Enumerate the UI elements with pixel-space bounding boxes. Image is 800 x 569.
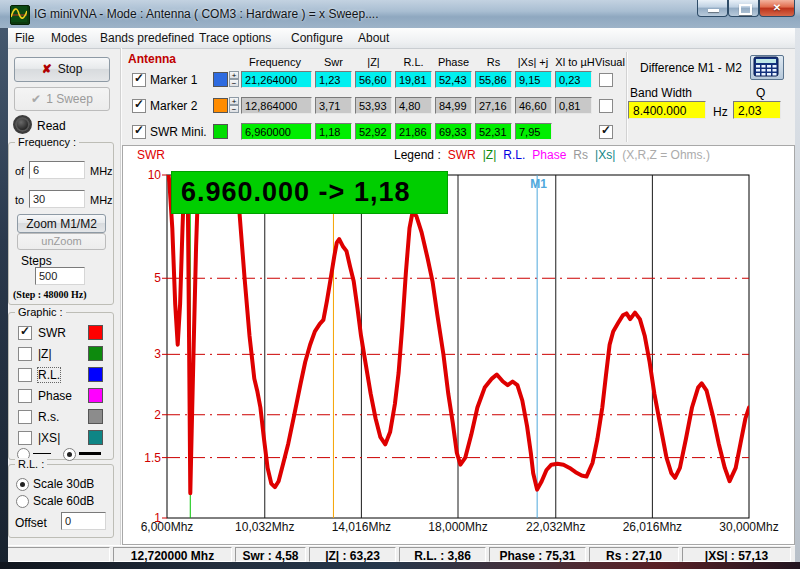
marker1-frequency-field[interactable]: 21,264000 [241,71,312,88]
q-label: Q [756,86,765,100]
freq-to-input[interactable]: 30 [29,190,85,208]
marker1-spinner[interactable]: +− [229,71,239,88]
offset-input[interactable]: 0 [61,512,106,530]
spinner-down-icon[interactable]: − [229,105,239,113]
col-swr: Swr [315,56,352,68]
marker1-z-field: 56,60 [355,71,392,88]
marker2-row: Marker 2 +− 12,864000 3,71 53,93 4,80 84… [122,97,625,114]
graphic-phase-swatch [88,388,103,403]
y-axis-label: 1.5 [131,451,161,465]
window-left-border [0,28,8,562]
graphic-z-swatch [88,346,103,361]
read-led-icon[interactable] [13,115,32,134]
x-axis-label: 10,032Mhz [234,520,296,534]
zoom-m1-m2-button[interactable]: Zoom M1/M2 [17,214,106,233]
status-rl: R.L. : 3,86 [399,547,486,562]
freq-from-input[interactable]: 6 [29,161,85,179]
marker2-phase-field: 84,99 [435,97,472,114]
close-icon: ✕ [760,2,794,13]
y-axis-label: 5 [131,271,161,285]
freq-to-unit: MHz [90,194,113,206]
swr-mini-visual-checkbox[interactable] [599,125,613,139]
status-xs: |XS| : 57,13 [682,547,791,562]
graphic-phase-checkbox[interactable] [18,389,32,403]
x-axis-label: 18,000Mhz [427,520,489,534]
difference-panel: Difference M1 - M2 Band Width Q 8.400.00… [628,48,795,145]
steps-label: Steps [21,254,52,268]
graphic-rs-label: R.s. [38,410,59,424]
frequency-group: Frequency : of 6 MHz to 30 MHz Zoom M1/M… [8,142,114,305]
col-xl: Xl to µH [554,56,596,68]
col-visual: Visual [592,56,628,68]
graphic-group-legend: Graphic : [15,306,66,318]
marker2-rl-field: 4,80 [395,97,432,114]
graphic-xs-label: |XS| [38,431,60,445]
marker1-xs-field: 9,15 [515,71,552,88]
maximize-icon [739,4,752,15]
marker2-frequency-field[interactable]: 12,864000 [241,97,312,114]
marker1-phase-field: 52,43 [435,71,472,88]
swr-mini-color-swatch [213,124,228,139]
bandwidth-field[interactable]: 8.400.000 [628,101,706,119]
col-xs: |Xs| +j [512,56,554,68]
maximize-button[interactable] [728,0,759,17]
stop-button[interactable]: ✘Stop [14,57,110,82]
spinner-down-icon[interactable]: − [229,79,239,87]
marker2-enable-checkbox[interactable] [132,99,146,113]
line-thick-radio[interactable] [63,448,76,461]
graphic-rs-checkbox[interactable] [18,410,32,424]
difference-title: Difference M1 - M2 [640,61,742,75]
title-bar[interactable]: IG miniVNA - Mode : Antenna ( COM3 : Har… [0,0,800,29]
q-field[interactable]: 2,03 [733,101,781,119]
chart-panel: SWR Legend :SWR|Z|R.L.PhaseRs|Xs|(X,R,Z … [122,145,795,545]
unzoom-button[interactable]: unZoom [17,233,106,250]
swr-mini-rs-field: 52,31 [475,123,512,140]
graphic-rl-checkbox[interactable] [18,368,32,382]
window-right-border [795,28,800,562]
antenna-section-label: Antenna [128,52,176,66]
swr-mini-rl-field: 21,86 [395,123,432,140]
status-empty [3,547,110,562]
minimize-button[interactable] [697,0,728,17]
swr-mini-enable-checkbox[interactable] [132,125,146,139]
menu-file[interactable]: File [15,31,34,45]
graphic-xs-checkbox[interactable] [18,431,32,445]
menu-modes[interactable]: Modes [51,31,87,45]
graphic-swr-checkbox[interactable] [18,326,32,340]
marker2-visual-checkbox[interactable] [599,99,613,113]
y-axis-label: 1 [131,511,161,525]
marker2-spinner[interactable]: +− [229,97,239,114]
freq-to-label: to [15,194,24,206]
stop-x-icon: ✘ [42,62,52,76]
menu-trace-options[interactable]: Trace options [199,31,271,45]
y-axis-label: 10 [131,168,161,182]
spinner-up-icon[interactable]: + [229,71,239,79]
x-axis-label: 30,000Mhz [718,520,780,534]
thick-line-sample [79,452,101,455]
steps-input[interactable]: 500 [35,267,85,285]
read-label: Read [37,119,66,133]
marker1-rl-field: 19,81 [395,71,432,88]
stop-button-label: Stop [58,62,83,76]
frequency-group-legend: Frequency : [15,136,79,148]
sweep-button[interactable]: ✔1 Sweep [14,87,110,111]
spinner-up-icon[interactable]: + [229,97,239,105]
graphic-z-checkbox[interactable] [18,347,32,361]
status-frequency: 12,720000 Mhz [113,547,232,562]
menu-about[interactable]: About [358,31,389,45]
marker1-enable-checkbox[interactable] [132,73,146,87]
scale-30db-radio[interactable] [16,478,29,491]
x-axis-label: 26,016Mhz [621,520,683,534]
close-button[interactable]: ✕ [759,0,795,17]
x-axis-label: 22,032Mhz [525,520,587,534]
graphic-rl-label: R.L. [38,368,60,382]
col-z: |Z| [355,56,392,68]
calculator-icon [751,56,781,77]
menu-bands-predefined[interactable]: Bands predefined [100,31,194,45]
menu-configure[interactable]: Configure [291,31,343,45]
graphic-phase-label: Phase [38,389,72,403]
graphic-xs-swatch [88,430,103,445]
calculator-button[interactable] [750,55,784,80]
marker1-visual-checkbox[interactable] [599,73,613,87]
scale-60db-radio[interactable] [16,495,29,508]
